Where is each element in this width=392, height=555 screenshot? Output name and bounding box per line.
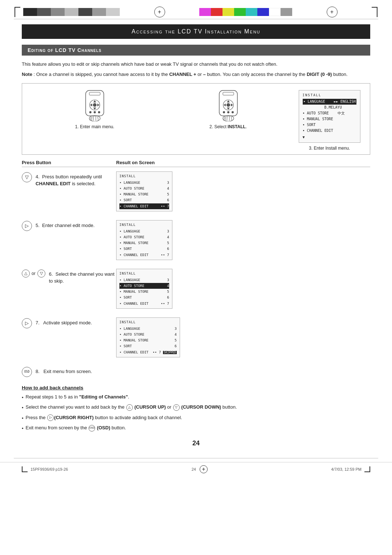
color-bar-dgray	[37, 8, 51, 16]
svg-point-28	[223, 116, 234, 121]
result-screen-header: Result on Screen	[116, 160, 370, 165]
svg-marker-4	[93, 108, 96, 110]
right-arrow-btn-5[interactable]: ▷	[22, 221, 32, 231]
bottom-right-text: 4/7/03, 12:59 PM	[331, 467, 362, 471]
page-wrapper: Accessing the LCD TV Installation Menu E…	[0, 0, 392, 555]
result-col-8	[116, 365, 370, 366]
svg-point-27	[232, 111, 234, 113]
color-bar-gray	[51, 8, 65, 16]
svg-marker-21	[227, 108, 230, 110]
svg-marker-6	[97, 104, 99, 106]
color-bar-magenta	[199, 8, 211, 16]
svg-line-16	[98, 117, 98, 121]
crosshair-left	[154, 7, 165, 17]
press-result-row-5: ▷ 5. Enter channel edit mode. INSTALL • …	[22, 219, 370, 260]
page-number: 24	[22, 439, 370, 447]
bullet-dot-2: •	[22, 404, 24, 412]
color-bar-blue	[257, 8, 269, 16]
up-arrow-btn[interactable]: △	[22, 270, 30, 278]
step-3-label: 3. Enter Install menu.	[309, 146, 350, 151]
bullet-item-1: • Repeat steps 1 to 5 as in "Editing of …	[22, 393, 370, 401]
step-8-text: 8. Exit menu from screen.	[36, 367, 92, 375]
bottom-left-text: 15PF9936/69 p19-26	[30, 467, 68, 471]
svg-line-30	[225, 117, 226, 121]
svg-marker-5	[90, 104, 92, 106]
press-col-8: OSD 8. Exit menu from screen.	[22, 365, 116, 377]
bottom-right-corner	[364, 466, 370, 472]
bottom-center-text: 24	[192, 467, 196, 471]
color-bar-yellow	[222, 8, 234, 16]
color-bar-red	[211, 8, 222, 16]
remote-2-svg	[212, 89, 245, 121]
color-bars-row	[0, 0, 392, 17]
bottom-crosshair	[200, 465, 208, 473]
remote-1-svg	[78, 89, 111, 121]
color-bar-lgray	[65, 8, 78, 16]
press-result-row-8: OSD 8. Exit menu from screen.	[22, 365, 370, 377]
down-arrow-btn-6[interactable]: ▽	[37, 270, 45, 278]
step-6-text: 6. Select the channel you want to skip.	[49, 270, 116, 285]
bullet-item-3: • Press the ▷(CURSOR RIGHT) button to ac…	[22, 414, 370, 422]
press-result-row-7: ▷ 7. Activate skipped mode. INSTALL • LA…	[22, 317, 370, 357]
bullet-text-1: Repeat steps 1 to 5 as in "Editing of Ch…	[26, 393, 129, 401]
svg-marker-22	[224, 104, 226, 106]
sub-title-text: Editing of LCD TV Channels	[28, 47, 102, 53]
or-label: or	[32, 271, 36, 276]
svg-marker-23	[231, 104, 233, 106]
bullet-dot-4: •	[22, 425, 24, 432]
result-col-7: INSTALL • LANGUAGE3 • AUTO STORE4 • MANU…	[116, 317, 370, 357]
color-bar-vlgray	[106, 8, 120, 16]
svg-rect-1	[89, 92, 100, 95]
svg-point-11	[89, 116, 100, 121]
press-result-section: Press Button Result on Screen ▽ 4. Press…	[22, 160, 370, 377]
svg-line-33	[231, 117, 232, 121]
svg-point-8	[89, 111, 91, 113]
color-bar-mgray2	[92, 8, 106, 16]
osd-btn[interactable]: OSD	[22, 367, 32, 377]
result-menu-6: INSTALL • LANGUAGE3 • AUTO STORE4 • MANU…	[116, 269, 172, 309]
bullet-dot-3: •	[22, 415, 24, 422]
down-arrow-btn[interactable]: ▽	[22, 172, 32, 182]
color-bar-silver	[281, 8, 292, 16]
main-title: Accessing the LCD TV Installation Menu	[22, 24, 370, 39]
color-bar-cyan	[246, 8, 257, 16]
press-result-header: Press Button Result on Screen	[22, 160, 370, 167]
color-bar-black	[23, 8, 37, 16]
press-col-5: ▷ 5. Enter channel edit mode.	[22, 219, 116, 231]
svg-point-25	[223, 111, 225, 113]
result-menu-4: INSTALL • LANGUAGE3 • AUTO STORE4 • MANU…	[116, 171, 172, 211]
result-col-4: INSTALL • LANGUAGE3 • AUTO STORE4 • MANU…	[116, 171, 370, 211]
sub-title: Editing of LCD TV Channels	[22, 45, 370, 56]
right-arrow-btn-7[interactable]: ▷	[22, 318, 32, 328]
bullet-text-4: Exit menu from screen by the OSD (OSD) b…	[26, 424, 126, 432]
svg-point-26	[227, 111, 229, 113]
bottom-left-corner	[22, 466, 28, 472]
press-button-header: Press Button	[22, 160, 116, 165]
steps-diagram: 1. Enter main menu.	[22, 83, 370, 154]
bullet-text-2: Select the channel you want to add back …	[26, 404, 237, 411]
result-menu-7: INSTALL • LANGUAGE3 • AUTO STORE4 • MANU…	[116, 317, 180, 357]
install-menu-display: INSTALL • LANGUAGE ►► ENGLISH B.MELAYU •…	[299, 90, 361, 142]
svg-point-7	[93, 103, 97, 107]
svg-point-10	[98, 111, 100, 113]
note-text: Note : Once a channel is skipped, you ca…	[22, 71, 370, 78]
press-col-7: ▷ 7. Activate skipped mode.	[22, 317, 116, 328]
step-1-item: 1. Enter main menu.	[28, 89, 162, 129]
color-bar-white	[269, 8, 281, 16]
svg-marker-3	[93, 100, 96, 102]
press-result-row-4: ▽ 4. Press button repeatedly until CHANN…	[22, 171, 370, 211]
step-2-label: 2. Select INSTALL.	[209, 124, 247, 129]
press-result-row-6: △ or ▽ 6. Select the channel you want to…	[22, 268, 370, 309]
result-col-5: INSTALL • LANGUAGE3 • AUTO STORE4 • MANU…	[116, 219, 370, 260]
press-col-4: ▽ 4. Press button repeatedly until CHANN…	[22, 171, 116, 187]
color-bar-mgray	[78, 8, 92, 16]
step-7-text: 7. Activate skipped mode.	[36, 318, 92, 327]
bullet-item-2: • Select the channel you want to add bac…	[22, 404, 370, 412]
svg-line-13	[91, 117, 92, 121]
color-bar-green	[234, 8, 246, 16]
main-title-text: Accessing the LCD TV Installation Menu	[131, 28, 260, 35]
bottom-bar: 15PF9936/69 p19-26 24 4/7/03, 12:59 PM	[0, 462, 392, 476]
step-4-text: 4. Press button repeatedly until CHANNEL…	[36, 172, 116, 187]
svg-line-31	[227, 116, 227, 121]
result-menu-5: INSTALL • LANGUAGE3 • AUTO STORE4 • MANU…	[116, 220, 172, 260]
